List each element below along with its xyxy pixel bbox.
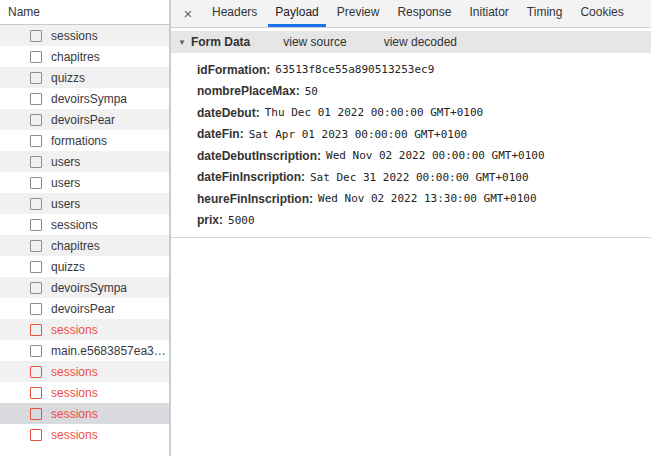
tab-cookies[interactable]: Cookies xyxy=(573,0,630,27)
form-data-key: nombrePlaceMax: xyxy=(197,84,300,98)
request-name-label: devoirsSympa xyxy=(51,281,127,295)
request-doc-icon xyxy=(30,240,42,252)
form-data-key: heureFinInscription: xyxy=(197,192,313,206)
request-row[interactable]: users xyxy=(0,151,169,172)
tab-initiator[interactable]: Initiator xyxy=(462,0,515,27)
request-name-label: sessions xyxy=(51,386,98,400)
form-data-entry: prix:5000 xyxy=(197,210,651,232)
request-name-label: formations xyxy=(51,134,107,148)
request-name-label: devoirsPear xyxy=(51,302,115,316)
request-name-label: devoirsSympa xyxy=(51,92,127,106)
request-list-panel: Name sessionschapitresquizzsdevoirsSympa… xyxy=(0,0,169,456)
request-row[interactable]: sessions xyxy=(0,319,169,340)
request-row[interactable]: sessions xyxy=(0,424,169,445)
tab-timing[interactable]: Timing xyxy=(520,0,570,27)
form-data-value: 5000 xyxy=(228,214,255,227)
request-doc-icon xyxy=(30,72,42,84)
form-data-key: dateFinInscription: xyxy=(197,170,305,184)
request-name-label: quizzs xyxy=(51,71,85,85)
request-row[interactable]: quizzs xyxy=(0,67,169,88)
request-doc-icon xyxy=(30,261,42,273)
form-data-value: Sat Apr 01 2023 00:00:00 GMT+0100 xyxy=(249,128,468,141)
request-name-label: sessions xyxy=(51,323,98,337)
request-row[interactable]: quizzs xyxy=(0,256,169,277)
request-name-label: sessions xyxy=(51,218,98,232)
request-row[interactable]: chapitres xyxy=(0,235,169,256)
form-data-entry: dateDebut:Thu Dec 01 2022 00:00:00 GMT+0… xyxy=(197,102,651,124)
view-source-button[interactable]: view source xyxy=(283,35,346,49)
request-row[interactable]: sessions xyxy=(0,361,169,382)
request-doc-icon xyxy=(30,345,42,357)
request-row[interactable]: main.e5683857ea3a11c... xyxy=(0,340,169,361)
form-data-key: dateDebut: xyxy=(197,106,260,120)
request-row[interactable]: devoirsSympa xyxy=(0,88,169,109)
request-name-label: users xyxy=(51,197,80,211)
request-doc-icon xyxy=(30,324,42,336)
request-doc-icon xyxy=(30,303,42,315)
form-data-value: Wed Nov 02 2022 00:00:00 GMT+0100 xyxy=(326,149,545,162)
request-doc-icon xyxy=(30,156,42,168)
form-data-entry: idFormation:63513f8ce55a890513253ec9 xyxy=(197,59,651,81)
request-row[interactable]: devoirsSympa xyxy=(0,277,169,298)
request-doc-icon xyxy=(30,114,42,126)
tab-response[interactable]: Response xyxy=(390,0,458,27)
request-row[interactable]: sessions xyxy=(0,25,169,46)
form-data-entry: dateDebutInscription:Wed Nov 02 2022 00:… xyxy=(197,145,651,167)
request-name-label: chapitres xyxy=(51,239,100,253)
request-row[interactable]: devoirsPear xyxy=(0,109,169,130)
form-data-entry: dateFinInscription:Sat Dec 31 2022 00:00… xyxy=(197,167,651,189)
request-name-label: users xyxy=(51,176,80,190)
request-row[interactable]: sessions xyxy=(0,214,169,235)
request-row[interactable]: sessions xyxy=(0,382,169,403)
request-doc-icon xyxy=(30,219,42,231)
form-data-key: dateDebutInscription: xyxy=(197,149,321,163)
request-name-label: sessions xyxy=(51,428,98,442)
request-name-label: quizzs xyxy=(51,260,85,274)
request-name-label: sessions xyxy=(51,407,98,421)
form-data-section-title[interactable]: Form Data xyxy=(191,35,250,49)
request-doc-icon xyxy=(30,93,42,105)
form-data-value: Thu Dec 01 2022 00:00:00 GMT+0100 xyxy=(265,106,484,119)
form-data-list: idFormation:63513f8ce55a890513253ec9nomb… xyxy=(171,53,651,231)
form-data-toolbar: ▼ Form Data view source view decoded xyxy=(171,31,651,53)
request-detail-panel: × HeadersPayloadPreviewResponseInitiator… xyxy=(171,0,651,456)
request-doc-icon xyxy=(30,387,42,399)
request-doc-icon xyxy=(30,282,42,294)
form-data-value: 63513f8ce55a890513253ec9 xyxy=(275,63,434,76)
section-divider xyxy=(171,237,651,238)
close-icon[interactable]: × xyxy=(181,7,195,21)
request-list: sessionschapitresquizzsdevoirsSympadevoi… xyxy=(0,25,169,456)
form-data-key: prix: xyxy=(197,213,223,227)
request-doc-icon xyxy=(30,366,42,378)
form-data-value: Sat Dec 31 2022 00:00:00 GMT+0100 xyxy=(310,171,529,184)
request-row[interactable]: users xyxy=(0,172,169,193)
request-doc-icon xyxy=(30,198,42,210)
request-name-label: main.e5683857ea3a11c... xyxy=(51,344,169,358)
tab-payload[interactable]: Payload xyxy=(268,0,325,27)
form-data-key: dateFin: xyxy=(197,127,244,141)
request-doc-icon xyxy=(30,429,42,441)
disclosure-triangle-icon[interactable]: ▼ xyxy=(178,38,186,47)
request-name-label: devoirsPear xyxy=(51,113,115,127)
form-data-key: idFormation: xyxy=(197,63,270,77)
request-row[interactable]: chapitres xyxy=(0,46,169,67)
form-data-entry: dateFin:Sat Apr 01 2023 00:00:00 GMT+010… xyxy=(197,124,651,146)
view-decoded-button[interactable]: view decoded xyxy=(384,35,457,49)
tab-headers[interactable]: Headers xyxy=(205,0,264,27)
request-doc-icon xyxy=(30,51,42,63)
devtools-network-panel: Name sessionschapitresquizzsdevoirsSympa… xyxy=(0,0,651,456)
request-doc-icon xyxy=(30,177,42,189)
request-name-label: sessions xyxy=(51,365,98,379)
request-name-label: sessions xyxy=(51,29,98,43)
request-doc-icon xyxy=(30,135,42,147)
form-data-entry: heureFinInscription:Wed Nov 02 2022 13:3… xyxy=(197,188,651,210)
form-data-value: 50 xyxy=(305,85,318,98)
request-row[interactable]: devoirsPear xyxy=(0,298,169,319)
tab-preview[interactable]: Preview xyxy=(330,0,387,27)
request-row[interactable]: sessions xyxy=(0,403,169,424)
form-data-entry: nombrePlaceMax:50 xyxy=(197,81,651,103)
request-name-label: chapitres xyxy=(51,50,100,64)
request-row[interactable]: formations xyxy=(0,130,169,151)
name-column-header[interactable]: Name xyxy=(0,0,169,25)
request-row[interactable]: users xyxy=(0,193,169,214)
